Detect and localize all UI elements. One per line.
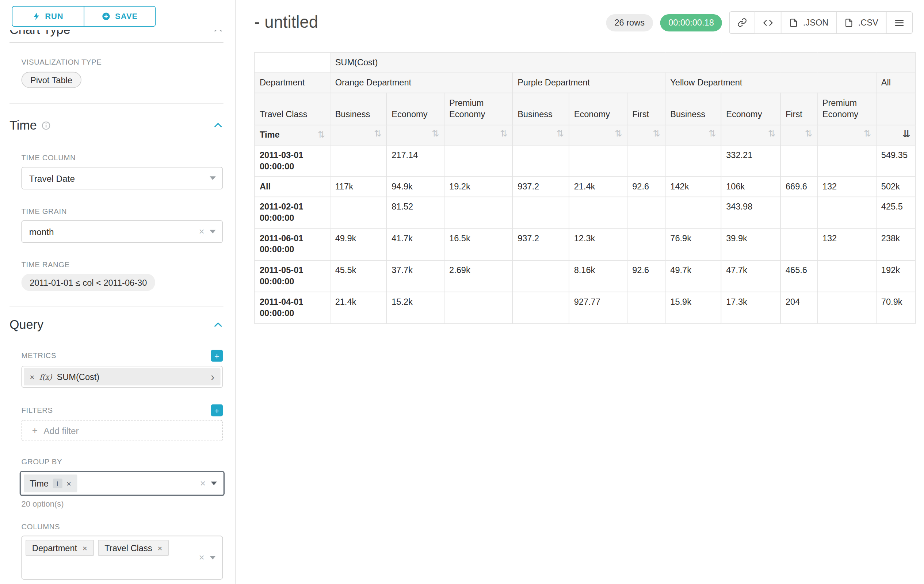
pivot-value-cell: 12.3k — [569, 229, 627, 260]
pivot-value-cell: 94.9k — [386, 177, 444, 197]
pivot-value-cell: 76.9k — [665, 229, 721, 260]
chevron-up-icon[interactable] — [213, 30, 223, 35]
time-section-heading[interactable]: Time — [10, 118, 223, 133]
export-csv-button[interactable]: .CSV — [836, 12, 886, 34]
columns-select[interactable]: Department × Travel Class × × — [21, 536, 223, 580]
sort-toggle-icon[interactable]: ⇅ — [805, 129, 812, 138]
sort-toggle-icon[interactable]: ⇅ — [374, 129, 381, 138]
sort-toggle-icon[interactable]: ⇅ — [768, 129, 776, 138]
pivot-column-sort-header[interactable]: ⇅ — [330, 125, 387, 145]
pivot-travel-class-header: Business — [512, 93, 569, 125]
time-column-label: TIME COLUMN — [21, 154, 223, 162]
pivot-data-row: 2011-04-01 00:00:0021.4k15.2k927.7715.9k… — [254, 292, 915, 323]
pivot-corner-empty — [254, 53, 330, 73]
file-icon — [845, 18, 853, 27]
chevron-right-icon[interactable]: › — [211, 371, 214, 383]
clear-icon[interactable]: × — [200, 479, 206, 488]
row-count-badge: 26 rows — [606, 14, 653, 31]
pivot-value-cell — [444, 292, 512, 323]
divider — [10, 42, 223, 43]
pivot-data-row: 2011-03-01 00:00:00217.14332.21549.35 — [254, 145, 915, 177]
chevron-down-icon[interactable] — [210, 556, 216, 559]
columns-chip[interactable]: Department × — [26, 540, 94, 556]
pivot-value-cell: 41.7k — [386, 229, 444, 260]
sort-toggle-icon[interactable]: ⇅ — [653, 129, 660, 138]
chevron-up-icon[interactable] — [213, 319, 223, 330]
save-button-label: SAVE — [115, 12, 138, 21]
group-by-select[interactable]: Time i × × — [20, 471, 224, 496]
time-grain-select[interactable]: month × — [21, 220, 223, 243]
chevron-down-icon[interactable] — [211, 482, 217, 485]
sort-toggle-icon[interactable]: ⇅ — [615, 129, 622, 138]
query-section-heading[interactable]: Query — [10, 317, 223, 332]
pivot-value-cell: 8.16k — [569, 260, 627, 292]
group-by-chip[interactable]: Time i × — [24, 474, 77, 492]
pivot-column-sort-header[interactable]: ⇅ — [569, 125, 627, 145]
pivot-value-cell — [817, 292, 876, 323]
pivot-value-cell — [817, 145, 876, 177]
filters-label: FILTERS — [21, 406, 53, 415]
sort-toggle-icon[interactable]: ⇅ — [557, 129, 564, 138]
pivot-time-sort-header[interactable]: Time⇅ — [254, 125, 330, 145]
clear-icon[interactable]: × — [199, 227, 204, 237]
pivot-department-group-header: Purple Department — [512, 73, 665, 94]
sort-toggle-icon[interactable]: ⇅ — [432, 129, 439, 138]
visualization-type-value[interactable]: Pivot Table — [21, 72, 81, 88]
remove-chip-icon[interactable]: × — [82, 544, 87, 552]
metrics-control[interactable]: × f(x) SUM(Cost) › — [21, 366, 223, 388]
view-query-button[interactable] — [755, 12, 782, 34]
chevron-down-icon[interactable] — [210, 176, 216, 180]
pivot-travel-class-header: Economy — [721, 93, 780, 125]
add-metric-button[interactable]: + — [211, 350, 223, 362]
pivot-value-cell — [780, 229, 817, 260]
sort-toggle-icon[interactable]: ⇅ — [864, 129, 871, 138]
result-header-actions: 26 rows 00:00:00.18 .JSON .CSV — [606, 12, 912, 34]
pivot-column-sort-header[interactable]: ⇅ — [665, 125, 721, 145]
pivot-value-cell — [780, 197, 817, 229]
sort-toggle-icon[interactable]: ⇅ — [318, 130, 325, 139]
time-range-value[interactable]: 2011-01-01 ≤ col < 2011-06-30 — [21, 274, 155, 291]
columns-option-count: 19 option(s) — [21, 583, 223, 584]
pivot-column-sort-header[interactable]: ⇅ — [386, 125, 444, 145]
time-column-select[interactable]: Travel Date — [21, 167, 223, 189]
metric-chip[interactable]: × f(x) SUM(Cost) › — [24, 368, 221, 385]
chevron-down-icon[interactable] — [210, 230, 216, 234]
remove-chip-icon[interactable]: × — [66, 479, 71, 488]
clear-icon[interactable]: × — [199, 553, 204, 563]
remove-metric-icon[interactable]: × — [30, 373, 34, 381]
filters-label-row: FILTERS + — [21, 405, 223, 416]
sort-desc-icon[interactable]: ⇊ — [903, 129, 911, 139]
copy-link-button[interactable] — [729, 12, 756, 34]
pivot-value-cell: 204 — [780, 292, 817, 323]
pivot-column-sort-header[interactable]: ⇊ — [876, 125, 915, 145]
pivot-value-cell — [330, 145, 387, 177]
query-timer-badge: 00:00:00.18 — [660, 14, 722, 31]
pivot-value-cell — [627, 229, 665, 260]
pivot-value-cell: 217.14 — [386, 145, 444, 177]
bolt-icon — [33, 12, 40, 21]
result-header: - untitled 26 rows 00:00:00.18 .JSON — [254, 10, 912, 36]
sort-toggle-icon[interactable]: ⇅ — [500, 129, 507, 138]
sort-toggle-icon[interactable]: ⇅ — [708, 129, 716, 138]
pivot-column-sort-header[interactable]: ⇅ — [721, 125, 780, 145]
chevron-up-icon[interactable] — [213, 120, 223, 131]
columns-label: COLUMNS — [21, 523, 223, 531]
pivot-column-sort-header[interactable]: ⇅ — [780, 125, 817, 145]
pivot-column-sort-header[interactable]: ⇅ — [444, 125, 512, 145]
run-button[interactable]: RUN — [12, 6, 84, 26]
divider — [10, 307, 223, 307]
export-json-button[interactable]: .JSON — [781, 12, 837, 34]
column-info-badge: i — [53, 479, 62, 488]
pivot-value-cell: 37.7k — [386, 260, 444, 292]
save-button[interactable]: SAVE — [84, 6, 156, 26]
add-filter-plus-button[interactable]: + — [211, 405, 223, 416]
pivot-column-sort-header[interactable]: ⇅ — [512, 125, 569, 145]
pivot-column-sort-header[interactable]: ⇅ — [817, 125, 876, 145]
menu-icon — [894, 18, 905, 28]
add-filter-button[interactable]: + Add filter — [21, 420, 223, 441]
columns-chip[interactable]: Travel Class × — [98, 540, 169, 556]
remove-chip-icon[interactable]: × — [157, 544, 162, 552]
group-by-label: GROUP BY — [21, 458, 223, 466]
pivot-column-sort-header[interactable]: ⇅ — [627, 125, 665, 145]
more-options-button[interactable] — [886, 12, 912, 34]
